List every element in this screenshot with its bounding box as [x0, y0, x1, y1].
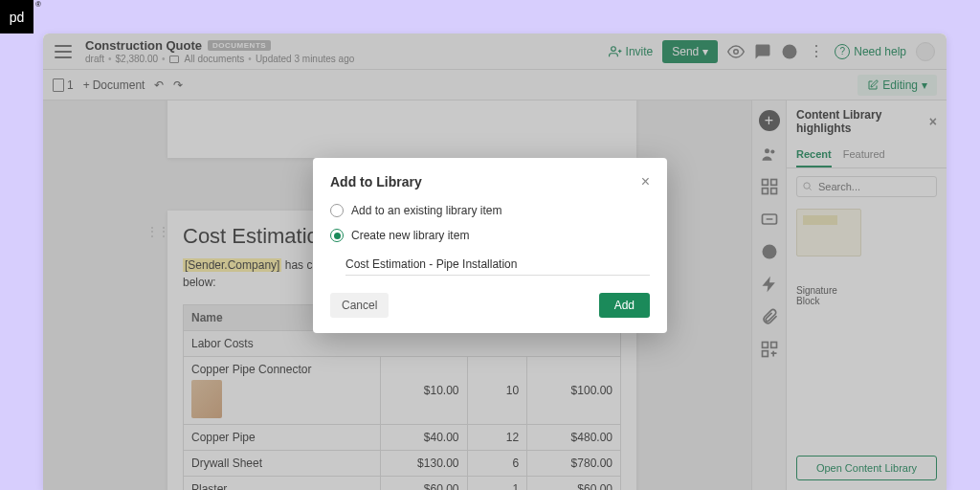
- pencil-icon: [867, 79, 879, 91]
- plus-icon: +: [83, 78, 90, 92]
- brand-logo: pd: [0, 0, 33, 33]
- automation-icon[interactable]: [760, 275, 779, 294]
- preview-icon[interactable]: [727, 43, 745, 60]
- avatar[interactable]: [916, 42, 935, 61]
- radio-icon: [330, 204, 344, 217]
- radio-existing[interactable]: Add to an existing library item: [330, 204, 650, 217]
- table-row[interactable]: Labor Costs: [184, 331, 621, 357]
- help-button[interactable]: ? Need help: [835, 44, 906, 59]
- document-title[interactable]: Construction Quote: [85, 38, 202, 53]
- people-icon[interactable]: [760, 145, 779, 164]
- svg-point-0: [611, 46, 615, 51]
- svg-rect-15: [762, 351, 768, 357]
- apps-icon[interactable]: [760, 340, 779, 359]
- search-icon: [802, 181, 813, 191]
- secondary-toolbar: 1 + Document ↶ ↷ Editing ▾: [43, 70, 947, 100]
- radio-new[interactable]: Create new library item: [330, 229, 650, 242]
- svg-line-17: [809, 188, 811, 189]
- content-library-panel: Content Library highlights × Recent Feat…: [786, 100, 947, 490]
- svg-rect-8: [770, 180, 776, 186]
- table-row[interactable]: Drywall Sheet$130.006$780.00: [184, 451, 621, 477]
- svg-rect-9: [762, 189, 768, 194]
- add-to-library-modal: Add to Library × Add to an existing libr…: [313, 158, 667, 333]
- amount-text: $2,380.00: [116, 54, 159, 64]
- chevron-down-icon: ▾: [702, 45, 708, 58]
- svg-point-4: [783, 44, 797, 58]
- page-count[interactable]: 1: [53, 78, 74, 92]
- info-icon[interactable]: [781, 43, 798, 60]
- folder-icon: [169, 56, 179, 63]
- drag-handle-icon[interactable]: ⋮⋮: [150, 224, 166, 239]
- svg-rect-13: [762, 343, 768, 348]
- table-row[interactable]: Copper Pipe$40.0012$480.00: [184, 425, 621, 451]
- comment-icon[interactable]: [754, 43, 771, 60]
- svg-point-5: [765, 148, 769, 153]
- merge-token[interactable]: [Sender.Company]: [183, 258, 281, 272]
- library-item[interactable]: Signature Block: [796, 209, 861, 306]
- modal-title: Add to Library: [330, 174, 422, 189]
- design-icon[interactable]: [760, 242, 779, 261]
- svg-point-16: [804, 183, 810, 189]
- chevron-down-icon: ▾: [922, 78, 927, 92]
- page-icon: [53, 78, 64, 92]
- mode-dropdown[interactable]: Editing ▾: [858, 75, 937, 96]
- add-user-icon: [609, 45, 622, 58]
- updated-text: Updated 3 minutes ago: [256, 54, 354, 64]
- redo-button[interactable]: ↷: [173, 78, 183, 92]
- open-library-button[interactable]: Open Content Library: [796, 456, 937, 480]
- document-type-badge: DOCUMENTS: [208, 40, 271, 51]
- library-item-label: Signature Block: [796, 285, 861, 306]
- close-icon[interactable]: ×: [929, 114, 937, 129]
- tab-recent[interactable]: Recent: [796, 143, 832, 167]
- send-button[interactable]: Send ▾: [662, 40, 718, 63]
- svg-point-6: [770, 149, 774, 153]
- library-name-input[interactable]: [345, 254, 650, 276]
- svg-rect-10: [770, 189, 776, 194]
- top-bar: Construction Quote DOCUMENTS draft • $2,…: [43, 33, 947, 70]
- panel-title: Content Library highlights: [796, 108, 929, 135]
- svg-point-3: [734, 49, 739, 54]
- product-image: [191, 380, 222, 418]
- svg-rect-14: [770, 343, 776, 348]
- undo-button[interactable]: ↶: [154, 78, 164, 92]
- menu-icon[interactable]: [55, 45, 72, 58]
- folder-name[interactable]: All documents: [185, 54, 245, 64]
- add-document-button[interactable]: + Document: [83, 78, 145, 92]
- blocks-icon[interactable]: [760, 177, 779, 196]
- cancel-button[interactable]: Cancel: [330, 293, 389, 318]
- attachment-icon[interactable]: [760, 307, 779, 326]
- svg-rect-7: [762, 180, 768, 186]
- help-icon: ?: [835, 44, 850, 59]
- more-icon[interactable]: ⋮: [808, 43, 825, 60]
- table-row[interactable]: Plaster$60.001$60.00: [184, 477, 621, 491]
- variables-icon[interactable]: [760, 210, 779, 229]
- library-thumbnail: [796, 209, 861, 256]
- table-row[interactable]: Copper Pipe Connector$10.0010$100.00: [184, 357, 621, 425]
- tab-featured[interactable]: Featured: [843, 143, 885, 167]
- close-icon[interactable]: ×: [641, 173, 650, 190]
- status-text: draft: [85, 54, 104, 64]
- right-icon-rail: +: [751, 100, 786, 490]
- search-input[interactable]: [796, 176, 937, 197]
- svg-point-12: [762, 245, 776, 259]
- add-button[interactable]: Add: [599, 293, 650, 318]
- add-content-icon[interactable]: +: [759, 110, 780, 131]
- invite-button[interactable]: Invite: [609, 45, 654, 58]
- radio-icon: [330, 229, 344, 242]
